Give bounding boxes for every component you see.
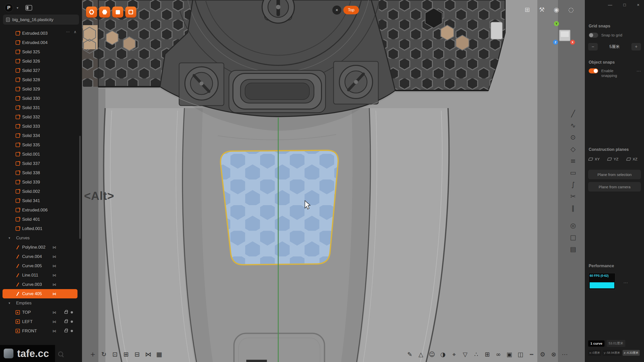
tree-item-solid-330[interactable]: Solid 330 [3, 94, 77, 103]
tree-item-solid-338[interactable]: Solid 338 [3, 168, 77, 177]
bowtie-icon[interactable]: ⋈ [52, 320, 57, 324]
view-close-button[interactable]: × [332, 6, 341, 15]
box-tool-icon[interactable]: □ [569, 234, 577, 241]
pipe-tool-icon[interactable]: ◎ [569, 222, 577, 229]
extrude-tool-icon[interactable]: ▤ [569, 245, 577, 253]
enable-snapping-toggle[interactable] [589, 68, 598, 73]
collapse-icon[interactable]: ∧ [74, 30, 76, 34]
chevron-down-icon[interactable]: ▾ [17, 6, 18, 10]
plane-from-selection-button[interactable]: Plane from selection [588, 170, 641, 179]
tree-item-curve-004[interactable]: Curve.004 ⋈ [3, 252, 77, 261]
maximize-button[interactable]: □ [623, 3, 626, 8]
minimize-button[interactable]: — [608, 3, 612, 8]
tree-item-solid-326[interactable]: Solid 326 [3, 57, 77, 66]
tree-section-curves[interactable]: ▾ Curves [3, 233, 77, 243]
plane-xz-button[interactable]: XZ [626, 155, 642, 163]
scale-tool-icon[interactable]: ⊡ [111, 351, 119, 358]
view-top-button[interactable]: Top [343, 6, 359, 14]
tree-item-solid-332[interactable]: Solid 332 [3, 112, 77, 122]
spline-tool-icon[interactable]: ∫ [569, 181, 577, 188]
performance-more-button[interactable]: ⋯ [623, 280, 628, 286]
center-circle-tool-icon[interactable]: ⊙ [569, 133, 577, 141]
grid-display-icon[interactable]: ⊞ [524, 6, 531, 13]
offset-tool-icon[interactable]: ∥ [569, 204, 577, 212]
tree-item-line-011[interactable]: Line.011 ⋈ [3, 270, 77, 280]
trim-tool-icon[interactable]: ✂ [569, 193, 577, 200]
tree-item-solid-339[interactable]: Solid 339 [3, 177, 77, 187]
gizmo-cube[interactable] [559, 30, 571, 41]
bowtie-icon[interactable]: ⋈ [52, 282, 57, 287]
tree-item-curve-405[interactable]: Curve 405 ⋈ [3, 289, 77, 298]
tree-item-solid-001[interactable]: Solid.001 [3, 150, 77, 159]
infinity-icon[interactable]: ∞ [495, 351, 502, 358]
tree-item-solid-333[interactable]: Solid 333 [3, 122, 77, 131]
bowtie-icon[interactable]: ⋈ [52, 273, 57, 278]
tree-item-lofted-001[interactable]: Lofted.001 [3, 224, 77, 233]
curve-tool-icon[interactable]: ∿ [569, 122, 577, 129]
viewport-canvas[interactable] [82, 0, 585, 362]
bowtie-icon[interactable]: ⋈ [52, 264, 57, 268]
mesh-icon[interactable]: ▽ [461, 351, 469, 358]
close-button[interactable]: × [637, 3, 639, 8]
app-logo[interactable]: P [5, 4, 13, 12]
array-tool-icon[interactable]: ▦ [155, 351, 163, 358]
tree-item-solid-325[interactable]: Solid 325 [3, 47, 77, 57]
tree-item-top[interactable]: TOP ⋈ [3, 308, 77, 317]
draw-icon[interactable]: ✎ [406, 351, 414, 358]
visibility-dot[interactable] [71, 311, 73, 313]
grid-icon[interactable]: ⊞ [484, 351, 491, 358]
cplane-icon[interactable]: △ [417, 351, 425, 358]
rotate-tool-icon[interactable]: ↻ [100, 351, 108, 358]
tree-item-solid-341[interactable]: Solid 341 [3, 196, 77, 205]
tree-item-solid-335[interactable]: Solid 335 [3, 140, 77, 150]
view-gizmo[interactable]: Y Z X [553, 23, 576, 51]
gizmo-y-axis[interactable]: Y [554, 21, 559, 26]
tree-item-solid-337[interactable]: Solid 337 [3, 159, 77, 168]
settings-icon[interactable]: ⚙ [539, 351, 546, 358]
lock-icon[interactable] [64, 311, 68, 314]
polygon-tool-icon[interactable]: ◇ [569, 145, 577, 153]
points-icon[interactable]: ∴ [472, 351, 480, 358]
face-icon[interactable]: ☺ [428, 351, 436, 358]
tools-icon[interactable]: ⚒ [538, 6, 546, 13]
file-name-row[interactable]: big_bang_16.plasticity [3, 15, 79, 25]
render-mode-icon[interactable]: ◉ [553, 6, 560, 13]
visibility-dot[interactable] [71, 330, 73, 332]
tree-item-solid-002[interactable]: Solid.002 [3, 187, 77, 196]
mode-cube-outline-button[interactable] [125, 7, 136, 18]
grid-size-value[interactable]: 5厘米 [598, 44, 631, 50]
rectangle-tool-icon[interactable]: ▭ [569, 169, 577, 176]
section-icon[interactable]: ◫ [517, 351, 524, 358]
selected-face[interactable] [221, 150, 338, 265]
tree-item-solid-401[interactable]: Solid 401 [3, 215, 77, 224]
duplicate-tool-icon[interactable]: ⊞ [122, 351, 130, 358]
tree-item-extruded-004[interactable]: Extruded.004 [3, 38, 77, 47]
cylinder-tool-icon[interactable]: ≡ [569, 157, 577, 165]
bowtie-icon[interactable]: ⋈ [52, 254, 57, 259]
tree-item-front[interactable]: FRONT ⋈ [3, 326, 77, 336]
panel-toggle-icon[interactable] [25, 5, 32, 11]
tree-item-extruded-006[interactable]: Extruded.006 [3, 205, 77, 215]
sphere-icon[interactable]: ◑ [439, 351, 447, 358]
bowtie-icon[interactable]: ⋈ [52, 310, 57, 315]
viewport[interactable]: × Top ⊞⚒◉◌ Y Z X ╱∿⊙◇≡▭∫✂∥ ◎□▤ +↻⊡⊞⊟⋈ [82, 0, 585, 362]
visibility-dot[interactable] [71, 321, 73, 323]
more-icon[interactable]: ⋯ [66, 30, 70, 34]
snapping-more-button[interactable]: ⋯ [636, 68, 641, 74]
section-chevron[interactable]: ▾ [9, 236, 15, 240]
mode-hexagon-outline-button[interactable] [86, 7, 97, 18]
plane-xy-button[interactable]: XY [588, 155, 605, 163]
sidebar-scrollbar[interactable] [79, 136, 81, 239]
tree-item-solid-331[interactable]: Solid 331 [3, 103, 77, 112]
more-icon[interactable]: ⋯ [561, 351, 569, 358]
subtract-tool-icon[interactable]: ⊟ [133, 351, 141, 358]
section-chevron[interactable]: ▾ [9, 301, 15, 305]
tree-item-curve-005[interactable]: Curve.005 ⋈ [3, 261, 77, 270]
mode-cube-solid-button[interactable] [112, 7, 123, 18]
snap-to-grid-toggle[interactable] [589, 33, 598, 38]
tree-item-curve-003[interactable]: Curve.003 ⋈ [3, 280, 77, 289]
bowtie-icon[interactable]: ⋈ [52, 292, 57, 296]
grid-size-plus-button[interactable]: + [631, 43, 641, 51]
tree-item-solid-334[interactable]: Solid 334 [3, 131, 77, 140]
target-icon[interactable]: ⌖ [450, 351, 458, 358]
